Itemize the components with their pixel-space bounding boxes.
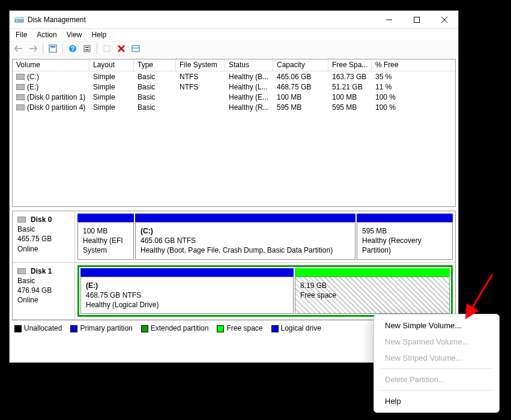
menu-action[interactable]: Action	[32, 31, 61, 39]
table-row[interactable]: (C:)SimpleBasicNTFSHealthy (B...465.06 G…	[13, 71, 455, 82]
hdd-icon	[17, 217, 26, 223]
svg-rect-28	[18, 217, 25, 222]
disk-row-0: Disk 0 Basic 465.75 GB Online 100 MB Hea…	[13, 211, 455, 263]
svg-rect-12	[85, 47, 89, 48]
svg-rect-7	[49, 45, 56, 52]
col-free[interactable]: Free Spa...	[328, 59, 372, 71]
disk1-free-space[interactable]: 8.19 GB Free space	[295, 268, 450, 314]
hdd-icon	[17, 268, 26, 274]
help-button[interactable]: ?	[66, 42, 79, 55]
svg-rect-14	[104, 46, 110, 52]
disk-management-window: Disk Management File Action View Help ? …	[9, 10, 459, 363]
cm-new-striped-volume: New Striped Volume...	[374, 350, 499, 366]
table-row[interactable]: (E:)SimpleBasicNTFSHealthy (L...468.75 G…	[13, 82, 455, 92]
col-volume[interactable]: Volume	[13, 59, 89, 71]
disk-graphic-area: Disk 0 Basic 465.75 GB Online 100 MB Hea…	[12, 211, 456, 320]
titlebar: Disk Management	[10, 11, 458, 29]
svg-rect-30	[18, 269, 25, 274]
col-filesystem[interactable]: File System	[176, 59, 225, 71]
svg-point-2	[16, 20, 17, 22]
col-type[interactable]: Type	[134, 59, 176, 71]
cm-new-spanned-volume: New Spanned Volume...	[374, 334, 499, 350]
cm-help[interactable]: Help	[374, 393, 499, 409]
disk0-partition-4[interactable]: 595 MB Healthy (Recovery Partition)	[357, 214, 453, 260]
disk0-partition-c[interactable]: (C:) 465.06 GB NTFS Healthy (Boot, Page …	[135, 214, 355, 260]
cm-delete-partition: Delete Partition...	[374, 371, 499, 388]
cm-new-simple-volume[interactable]: New Simple Volume...	[374, 317, 499, 334]
close-button[interactable]	[431, 11, 458, 28]
volume-icon	[16, 74, 25, 80]
col-layout[interactable]: Layout	[89, 59, 134, 71]
menu-view[interactable]: View	[62, 31, 87, 39]
svg-rect-17	[132, 46, 139, 52]
list-header: Volume Layout Type File System Status Ca…	[13, 59, 455, 71]
svg-rect-11	[84, 46, 90, 52]
toolbar: ?	[10, 41, 458, 56]
settings-button[interactable]	[80, 42, 94, 55]
disk1-info[interactable]: Disk 1 Basic 476.94 GB Online	[13, 263, 75, 320]
disk0-info[interactable]: Disk 0 Basic 465.75 GB Online	[13, 211, 75, 262]
col-status[interactable]: Status	[225, 59, 273, 71]
volume-list: Volume Layout Type File System Status Ca…	[12, 59, 456, 207]
svg-rect-13	[85, 49, 89, 50]
minimize-button[interactable]	[375, 11, 403, 28]
svg-text:?: ?	[71, 46, 74, 52]
disk1-logical-e[interactable]: (E:) 468.75 GB NTFS Healthy (Logical Dri…	[80, 268, 294, 314]
volume-icon	[16, 84, 25, 90]
menubar: File Action View Help	[10, 29, 458, 41]
volume-icon	[16, 94, 25, 100]
back-button	[12, 42, 25, 55]
disk1-extended-partition: (E:) 468.75 GB NTFS Healthy (Logical Dri…	[77, 265, 453, 317]
svg-rect-20	[17, 74, 24, 79]
maximize-button[interactable]	[403, 11, 431, 28]
window-title: Disk Management	[28, 16, 375, 24]
menu-help[interactable]: Help	[87, 31, 112, 39]
list-body: (C:)SimpleBasicNTFSHealthy (B...465.06 G…	[13, 71, 455, 206]
svg-rect-1	[15, 17, 23, 19]
svg-rect-22	[17, 85, 24, 89]
svg-rect-26	[17, 105, 24, 110]
disk-row-1: Disk 1 Basic 476.94 GB Online (E:) 468.7…	[13, 263, 455, 320]
menu-file[interactable]: File	[11, 31, 32, 39]
svg-rect-24	[17, 95, 24, 100]
disk-management-icon	[14, 15, 24, 25]
col-pct[interactable]: % Free	[372, 59, 455, 71]
table-row[interactable]: (Disk 0 partition 4)SimpleBasicHealthy (…	[13, 102, 455, 112]
delete-button[interactable]	[115, 42, 128, 55]
properties-button	[100, 42, 113, 55]
svg-rect-8	[50, 46, 55, 47]
table-row[interactable]: (Disk 0 partition 1)SimpleBasicHealthy (…	[13, 92, 455, 102]
forward-button	[26, 42, 40, 55]
context-menu: New Simple Volume... New Spanned Volume.…	[373, 314, 500, 413]
refresh-button[interactable]	[46, 42, 59, 55]
disk0-partition-1[interactable]: 100 MB Healthy (EFI System	[77, 214, 134, 260]
volume-icon	[16, 104, 25, 110]
volumes-button[interactable]	[129, 42, 142, 55]
svg-line-31	[467, 274, 492, 316]
col-capacity[interactable]: Capacity	[273, 59, 328, 71]
svg-rect-4	[414, 17, 420, 22]
